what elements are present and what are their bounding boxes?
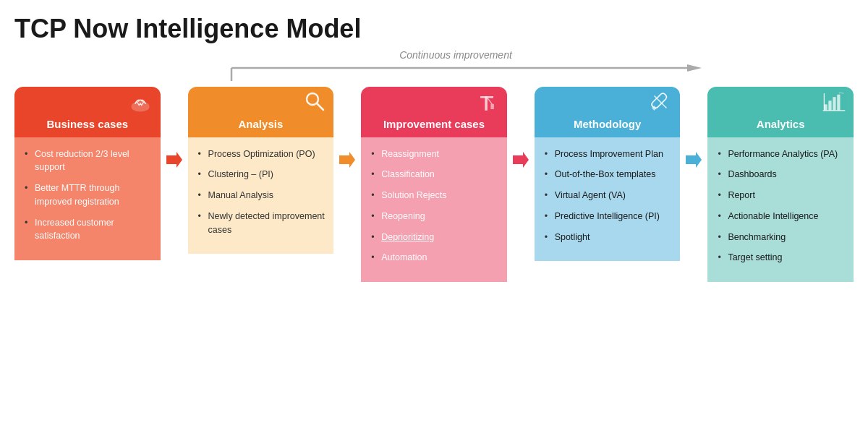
- list-item: Benchmarking: [718, 231, 845, 244]
- handshake-icon: [127, 90, 153, 121]
- svg-point-4: [137, 99, 140, 102]
- crane-icon: [474, 90, 500, 121]
- svg-rect-20: [837, 94, 840, 110]
- svg-marker-16: [686, 152, 702, 168]
- column-header-label-business-cases: Business cases: [47, 118, 129, 130]
- arrow-1: [166, 87, 182, 168]
- svg-rect-18: [828, 100, 831, 111]
- column-analytics: AnalyticsPerformance Analytics (PA)Dashb…: [707, 87, 854, 361]
- column-header-label-analytics: Analytics: [757, 118, 805, 130]
- svg-line-12: [488, 98, 492, 103]
- list-item: Clustering – (PI): [198, 168, 326, 181]
- continuous-arrow-container: [14, 62, 854, 82]
- list-item: Newly detected improvement cases: [198, 210, 326, 237]
- column-improvement-cases: Improvement casesReassignmentClassificat…: [361, 87, 507, 361]
- column-header-analytics: Analytics: [707, 87, 854, 137]
- column-header-improvement-cases: Improvement cases: [361, 87, 507, 137]
- list-item: Dashboards: [718, 168, 845, 181]
- arrow-4: [686, 87, 702, 168]
- column-analysis: AnalysisProcess Optimization (PO)Cluster…: [188, 87, 334, 361]
- column-body-business-cases: Cost reduction 2/3 level supportBetter M…: [14, 137, 161, 261]
- column-header-business-cases: Business cases: [14, 87, 161, 137]
- svg-marker-2: [687, 64, 702, 72]
- page-title: TCP Now Intelligence Model: [14, 14, 854, 43]
- list-item: Target setting: [718, 251, 845, 265]
- list-item: Deprioritizing: [371, 231, 498, 244]
- svg-marker-9: [339, 152, 355, 168]
- column-body-improvement-cases: ReassignmentClassificationSolution Rejec…: [361, 137, 507, 283]
- list-item: Classification: [371, 168, 498, 181]
- chart-icon: [822, 90, 846, 119]
- arrow-3: [513, 87, 529, 168]
- list-item: Solution Rejects: [371, 189, 498, 202]
- svg-marker-14: [513, 152, 529, 168]
- list-item: Virtual Agent (VA): [545, 189, 672, 202]
- arrow-2: [339, 87, 355, 168]
- svg-point-5: [140, 99, 143, 102]
- list-item: Cost reduction 2/3 level support: [25, 147, 152, 175]
- list-item: Report: [718, 189, 845, 202]
- column-header-analysis: Analysis: [188, 87, 334, 137]
- svg-marker-6: [166, 152, 182, 168]
- column-header-methodology: Methodology: [535, 87, 681, 137]
- list-item: Increased customer satisfaction: [25, 216, 152, 244]
- svg-rect-10: [485, 96, 488, 111]
- column-header-label-improvement-cases: Improvement cases: [383, 118, 485, 130]
- svg-rect-19: [833, 97, 835, 111]
- list-item: Out-of-the-Box templates: [545, 168, 672, 181]
- svg-rect-13: [490, 103, 494, 108]
- svg-line-15: [655, 95, 667, 108]
- column-header-label-methodology: Methodology: [574, 118, 641, 130]
- list-item: Actionable Intelligence: [718, 210, 845, 223]
- column-body-methodology: Process Improvement PlanOut-of-the-Box t…: [535, 137, 681, 262]
- list-item: Automation: [371, 251, 498, 265]
- list-item: Manual Analysis: [198, 189, 326, 202]
- column-business-cases: Business casesCost reduction 2/3 level s…: [14, 87, 161, 361]
- continuous-improvement-arrow: [210, 62, 702, 82]
- list-item: Spotlight: [545, 231, 672, 244]
- columns-wrapper: Business casesCost reduction 2/3 level s…: [14, 87, 854, 361]
- list-item: Performance Analytics (PA): [718, 147, 845, 161]
- column-header-label-analysis: Analysis: [239, 118, 284, 130]
- list-item: Process Improvement Plan: [545, 147, 672, 161]
- column-body-analysis: Process Optimization (PO)Clustering – (P…: [188, 137, 334, 254]
- page: TCP Now Intelligence Model Continuous im…: [0, 0, 868, 428]
- list-item: Process Optimization (PO): [198, 147, 326, 161]
- column-body-analytics: Performance Analytics (PA)DashboardsRepo…: [707, 137, 854, 283]
- wrench-icon: [648, 90, 673, 119]
- svg-rect-11: [480, 96, 493, 98]
- continuous-label: Continuous improvement: [14, 49, 854, 61]
- column-methodology: MethodologyProcess Improvement PlanOut-o…: [535, 87, 681, 361]
- search-icon: [303, 90, 326, 118]
- list-item: Reopening: [371, 210, 498, 223]
- svg-line-8: [317, 103, 323, 110]
- list-item: Predictive Intelligence (PI): [545, 210, 672, 223]
- list-item: Reassignment: [371, 147, 498, 161]
- list-item: Better MTTR through improved registratio…: [25, 181, 152, 209]
